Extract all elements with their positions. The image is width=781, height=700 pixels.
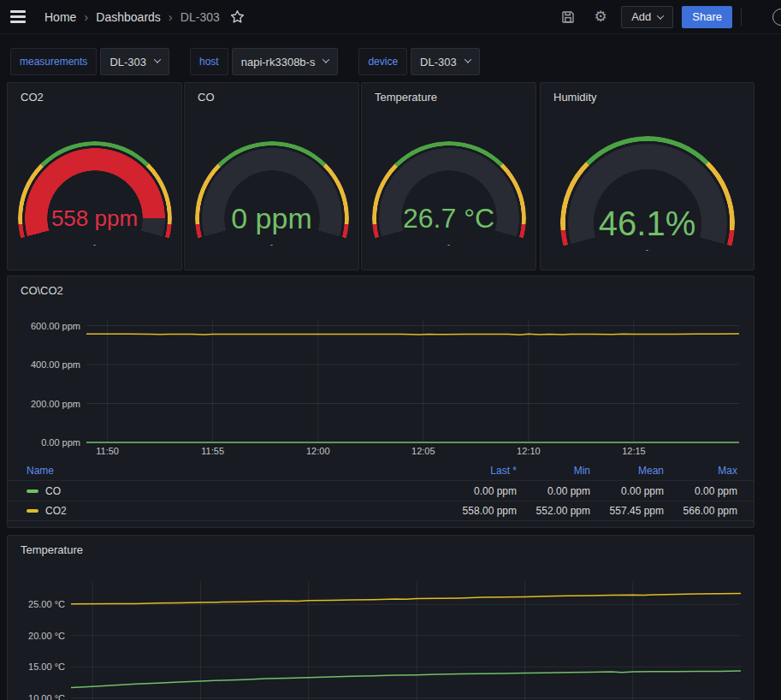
legend-stat-value: 0.00 ppm (590, 485, 664, 497)
dashboard-settings-gear-icon[interactable]: ⚙ (589, 5, 612, 29)
legend-header-min[interactable]: Min (517, 465, 590, 477)
y-axis-tick-label: 15.00 °C (28, 661, 65, 672)
series-color-pill (27, 509, 38, 513)
x-axis-tick-label: 12:05 (411, 446, 435, 456)
breadcrumb-home[interactable]: Home (44, 10, 76, 24)
menu-icon[interactable] (10, 8, 29, 27)
panel-title[interactable]: Humidity (553, 91, 597, 104)
panel-title[interactable]: CO (198, 91, 215, 104)
panel-co2-gauge: CO2 558 ppm - (7, 82, 182, 270)
panel-title[interactable]: Temperature (375, 91, 437, 104)
legend-series-name[interactable]: CO2 (27, 505, 423, 517)
variable-selected-value: napi-rk3308b-s (241, 56, 316, 68)
y-axis-tick-label: 0.00 ppm (41, 437, 80, 448)
variable-value-dropdown[interactable]: DL-303 (100, 48, 169, 75)
co-co2-chart-plot[interactable]: 600.00 ppm400.00 ppm200.00 ppm0.00 ppm11… (8, 276, 754, 460)
variable-host: host napi-rk3308b-s (190, 48, 338, 75)
panel-co-gauge: CO 0 ppm - (184, 82, 359, 270)
breadcrumb-separator-icon: › (84, 9, 88, 24)
share-button[interactable]: Share (682, 6, 732, 28)
legend-header-name[interactable]: Name (27, 465, 423, 477)
variable-device: device DL-303 (358, 48, 479, 75)
legend-series-name[interactable]: CO (27, 485, 423, 497)
top-nav: Home › Dashboards › DL-303 ⚙ Add Share (0, 0, 781, 34)
co-gauge: 0 ppm - (195, 141, 349, 270)
chevron-down-icon (657, 12, 664, 19)
y-axis-tick-label: 10.00 °C (28, 693, 65, 700)
grafana-dashboard: Home › Dashboards › DL-303 ⚙ Add Share m… (0, 0, 781, 700)
variable-value-dropdown[interactable]: DL-303 (411, 48, 480, 75)
legend-table: NameLast *MinMeanMaxCO0.00 ppm0.00 ppm0.… (8, 461, 754, 521)
panel-co-co2-timeseries: CO\CO2 600.00 ppm400.00 ppm200.00 ppm0.0… (7, 276, 754, 528)
variable-selected-value: DL-303 (420, 56, 457, 68)
legend-stat-value: 566.00 ppm (664, 505, 737, 517)
y-axis-tick-label: 25.00 °C (28, 599, 65, 609)
legend-header-max[interactable]: Max (664, 465, 737, 477)
variable-label: host (190, 48, 228, 75)
legend-row-co2: CO2558.00 ppm552.00 ppm557.45 ppm566.00 … (8, 501, 754, 521)
panel-title[interactable]: CO2 (21, 91, 44, 104)
legend-stat-value: 0.00 ppm (423, 485, 517, 497)
x-axis-tick-label: 12:15 (622, 446, 646, 456)
gauge-minmax-label: - (372, 240, 526, 249)
panel-humidity-gauge: Humidity 46.1% - (540, 82, 754, 270)
chevron-down-icon (464, 56, 471, 62)
y-axis-tick-label: 20.00 °C (28, 631, 65, 641)
gauge-minmax-label: - (560, 246, 735, 254)
chevron-down-icon (154, 56, 161, 62)
series-line-temperature-green (71, 671, 741, 687)
variable-label: measurements (10, 48, 97, 75)
dashboard-variables-bar: measurements DL-303 host napi-rk3308b-s … (0, 35, 781, 82)
legend-stat-value: 558.00 ppm (423, 505, 517, 517)
legend-header-mean[interactable]: Mean (590, 465, 664, 477)
temperature-chart-plot[interactable]: 25.00 °C20.00 °C15.00 °C10.00 °C (8, 536, 754, 700)
breadcrumb-dashboards[interactable]: Dashboards (96, 10, 161, 24)
variable-value-dropdown[interactable]: napi-rk3308b-s (232, 48, 339, 75)
x-axis-tick-label: 11:55 (201, 446, 224, 456)
nav-actions: ⚙ Add Share (556, 5, 781, 29)
save-dashboard-icon[interactable] (556, 5, 580, 29)
temperature-gauge: 26.7 °C - (372, 141, 526, 270)
legend-header-last[interactable]: Last * (423, 465, 517, 477)
variable-label: device (358, 48, 407, 75)
variable-selected-value: DL-303 (109, 56, 146, 68)
add-button-label: Add (631, 10, 651, 23)
breadcrumb-current-dashboard: DL-303 (180, 10, 220, 24)
series-line-temperature-yellow (71, 593, 741, 603)
legend-stat-value: 0.00 ppm (664, 485, 737, 497)
legend-row-co: CO0.00 ppm0.00 ppm0.00 ppm0.00 ppm (8, 480, 754, 501)
series-line-co2 (86, 334, 739, 335)
gauge-value: 558 ppm (18, 205, 172, 232)
series-color-pill (27, 489, 38, 493)
x-axis-tick-label: 11:50 (96, 446, 119, 456)
gauge-value: 0 ppm (195, 202, 349, 235)
panel-temperature-timeseries: Temperature 25.00 °C20.00 °C15.00 °C10.0… (7, 535, 754, 700)
legend-stat-value: 0.00 ppm (517, 485, 590, 497)
legend-stat-value: 552.00 ppm (517, 505, 590, 517)
breadcrumb: Home › Dashboards › DL-303 (44, 9, 220, 24)
add-button[interactable]: Add (621, 6, 673, 28)
breadcrumb-separator-icon: › (169, 9, 173, 24)
chevron-down-icon (322, 56, 329, 62)
favorite-star-icon[interactable] (230, 9, 245, 24)
nav-divider (741, 9, 742, 26)
y-axis-tick-label: 400.00 ppm (31, 359, 80, 370)
variable-measurements: measurements DL-303 (10, 48, 169, 75)
gauge-minmax-label: - (18, 240, 172, 249)
gauge-value: 26.7 °C (372, 203, 526, 234)
humidity-gauge: 46.1% - (560, 136, 735, 270)
x-axis-tick-label: 12:10 (517, 446, 541, 456)
x-axis-tick-label: 12:00 (306, 446, 330, 456)
gauge-minmax-label: - (195, 240, 349, 249)
legend-stat-value: 557.45 ppm (590, 505, 664, 517)
panel-temperature-gauge: Temperature 26.7 °C - (361, 82, 536, 270)
legend-header-row: NameLast *MinMeanMax (8, 461, 754, 480)
y-axis-tick-label: 200.00 ppm (31, 399, 80, 409)
co2-gauge: 558 ppm - (18, 141, 172, 270)
y-axis-tick-label: 600.00 ppm (31, 321, 80, 331)
gauge-value: 46.1% (560, 205, 735, 243)
